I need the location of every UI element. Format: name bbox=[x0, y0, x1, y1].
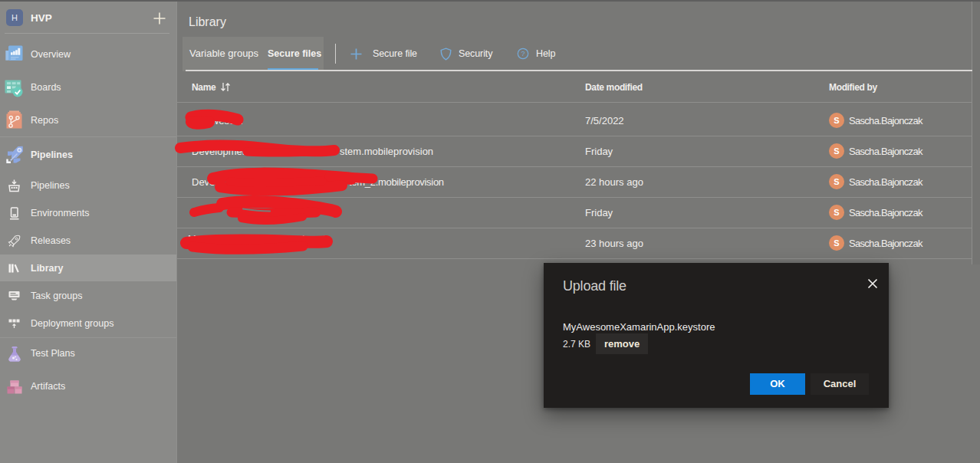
svg-text:?: ? bbox=[521, 50, 525, 57]
